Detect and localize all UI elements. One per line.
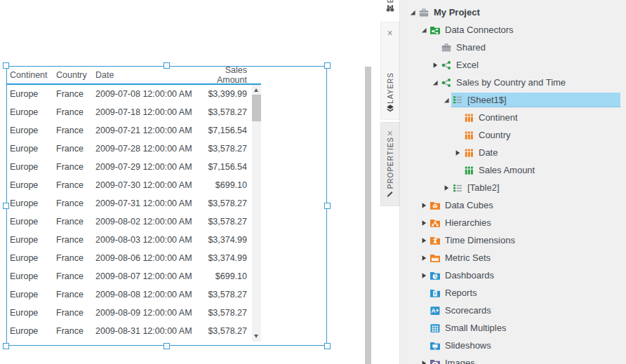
tree-item-label: Country [479,130,511,140]
table-row[interactable]: EuropeFrance2009-08-03 12:00:00 AM$3,374… [6,231,261,249]
tab-properties[interactable]: × PROPERTIES [380,122,399,206]
tree-item-sales-amount[interactable]: Sales Amount [400,161,626,179]
tree-item-time-dimensions[interactable]: Time Dimensions [400,231,626,249]
tree-item-content: Time Dimensions [429,233,620,248]
tree-arrow-spacer [418,340,429,351]
expand-arrow-icon[interactable] [429,60,440,70]
tree-item-content: Shared [440,40,620,55]
table-cell: $3,578.27 [194,144,247,154]
table-row[interactable]: EuropeFrance2009-07-29 12:00:00 AM$7,156… [6,158,261,176]
selection-handle-nw[interactable] [3,62,9,69]
tree-arrow-spacer [452,165,462,175]
selection-handle-w[interactable] [3,203,9,209]
tree-item-my-project[interactable]: My Project [400,4,626,21]
table-cell: 2009-08-08 12:00:00 AM [95,290,194,299]
table-scrollbar[interactable] [252,85,261,342]
table-cell: France [56,126,95,135]
dashboard-folder-icon [429,270,441,281]
expand-arrow-icon[interactable] [418,217,429,228]
expand-arrow-icon[interactable] [441,182,451,193]
tree-item-dashboards[interactable]: Dashboards [400,267,626,284]
collapse-arrow-icon[interactable] [441,95,451,105]
tree-item-hierarchies[interactable]: Hierarchies [400,214,626,231]
tree-item-date[interactable]: Date [400,144,626,161]
tree-item-data-connectors[interactable]: Data Connectors [400,21,626,39]
expand-arrow-icon[interactable] [418,235,429,245]
table-row[interactable]: EuropeFrance2009-07-08 12:00:00 AM$3,399… [6,85,261,103]
table-row[interactable]: EuropeFrance2009-08-08 12:00:00 AM$3,578… [6,285,261,304]
table-row[interactable]: EuropeFrance2009-07-18 12:00:00 AM$3,578… [6,103,261,121]
small-multiple-icon [429,323,441,334]
tab-explore[interactable]: EXPLORE [380,0,399,20]
table-row[interactable]: EuropeFrance2009-08-31 12:00:00 AM$3,578… [6,322,261,340]
scroll-down-icon[interactable] [254,335,258,338]
table-cell: $3,578.27 [194,326,247,336]
tree-item-images[interactable]: Images [400,354,626,364]
tree-item-label: My Project [434,7,480,18]
table-cell: France [56,198,95,208]
table-row[interactable]: EuropeFrance2009-07-30 12:00:00 AM$699.1… [6,176,261,194]
expand-arrow-icon[interactable] [418,252,429,263]
table-cell: Europe [10,290,56,299]
explore-panel: My Project Data Connectors Shared Excel … [399,0,626,364]
table-cell: 2009-07-08 12:00:00 AM [95,89,194,99]
collapse-arrow-icon[interactable] [418,25,429,35]
tree-item-excel[interactable]: Excel [400,56,626,74]
tree-item-label: Scorecards [445,305,491,316]
sheet-table-icon [451,94,463,105]
scroll-up-icon[interactable] [254,88,258,92]
expand-arrow-icon[interactable] [418,270,429,281]
table-cell: Europe [10,144,56,154]
column-icon [462,112,474,123]
tree-item-metric-sets[interactable]: Metric Sets [400,249,626,267]
selection-handle-ne[interactable] [324,62,331,69]
close-icon[interactable]: × [387,29,392,37]
table-cell: Europe [10,326,56,336]
tree-item-label: Time Dimensions [445,235,515,245]
table-row[interactable]: EuropeFrance2009-07-21 12:00:00 AM$7,156… [6,121,261,140]
expand-arrow-icon[interactable] [418,358,429,364]
tree-item-label: Metric Sets [445,252,491,263]
tree-item-table2[interactable]: [Table2] [400,179,626,196]
project-tree: My Project Data Connectors Shared Excel … [400,4,626,364]
expand-arrow-icon[interactable] [452,147,462,158]
table-cell: $3,578.27 [194,198,247,208]
table-row[interactable]: EuropeFrance2009-08-02 12:00:00 AM$3,578… [6,213,261,231]
selection-handle-se[interactable] [324,343,331,349]
panel-tab-strip: EXPLORE × LAYERS × PROPERTIES [380,0,399,364]
tree-item-sheet1[interactable]: [Sheet1$] [400,91,626,109]
design-canvas[interactable]: ContinentCountryDateSales Amount EuropeF… [0,0,380,364]
scrollbar-thumb[interactable] [252,95,261,121]
table-cell: France [56,144,95,154]
table-visual[interactable]: ContinentCountryDateSales Amount EuropeF… [6,66,327,346]
tree-item-shared[interactable]: Shared [400,39,626,56]
table-row[interactable]: EuropeFrance2009-07-28 12:00:00 AM$3,578… [6,140,261,158]
tree-item-content: Reports [429,285,620,300]
tree-item-small-multiples[interactable]: Small Multiples [400,319,626,337]
tree-item-country[interactable]: Country [400,126,626,144]
table-cell: France [56,308,95,318]
selection-handle-s[interactable] [164,343,170,349]
selection-handle-sw[interactable] [3,343,9,349]
selection-handle-e[interactable] [324,203,331,209]
table-row[interactable]: EuropeFrance2009-08-07 12:00:00 AM$699.1… [6,267,261,285]
tree-item-label: Data Connectors [445,25,514,35]
tree-item-slideshows[interactable]: Slideshows [400,337,626,354]
selection-handle-n[interactable] [164,62,170,69]
tree-item-sales-by-country-and-time[interactable]: Sales by Country and Time [400,74,626,91]
table-row[interactable]: EuropeFrance2009-07-31 12:00:00 AM$3,578… [6,194,261,213]
tree-item-data-cubes[interactable]: Data Cubes [400,196,626,214]
tree-item-scorecards[interactable]: A+Scorecards [400,302,626,319]
tree-item-continent[interactable]: Continent [400,109,626,126]
table-row[interactable]: EuropeFrance2009-08-06 12:00:00 AM$3,374… [6,249,261,267]
tab-layers[interactable]: × LAYERS [380,22,399,120]
table-cell: France [56,290,95,299]
table-row[interactable]: EuropeFrance2009-08-09 12:00:00 AM$3,578… [6,304,261,322]
tree-item-reports[interactable]: Reports [400,284,626,302]
collapse-arrow-icon[interactable] [407,7,418,18]
canvas-scrollbar[interactable] [365,67,371,364]
svg-text:A+: A+ [431,307,439,314]
collapse-arrow-icon[interactable] [429,77,440,88]
table-cell: 2009-08-09 12:00:00 AM [95,308,194,318]
expand-arrow-icon[interactable] [418,200,429,210]
